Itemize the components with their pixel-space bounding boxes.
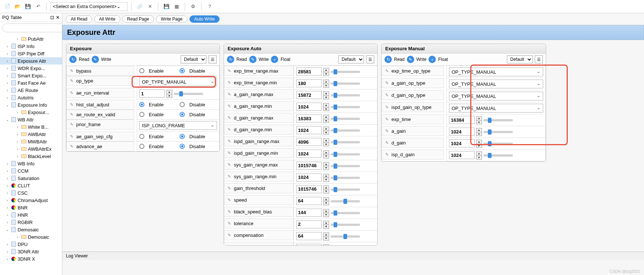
tree-toggle-icon[interactable]: › [5,162,10,166]
number-input[interactable] [449,128,475,136]
save-icon[interactable]: 💾 [23,2,32,11]
tree-item[interactable]: ›Demosaic [0,233,62,241]
spin-up-icon[interactable]: ▲ [476,152,482,156]
number-input[interactable] [296,114,322,122]
tree-toggle-icon[interactable]: › [5,66,10,70]
dropdown[interactable]: ISP_LONG_FRAME [139,121,217,130]
write-icon[interactable]: ✎ [249,56,257,63]
edit-icon[interactable]: ✎ [69,102,74,107]
spin-down-icon[interactable]: ▼ [324,84,329,88]
spin-down-icon[interactable]: ▼ [324,178,329,182]
tree-item[interactable]: ›BlackLevel [0,153,62,160]
spinner[interactable]: ▲▼ [323,150,329,158]
slider[interactable] [331,235,360,238]
read-icon[interactable]: ↻ [69,56,77,63]
tree-item[interactable]: ›Exposur... [0,109,62,116]
slider[interactable] [331,212,360,214]
enable-radio[interactable] [139,112,144,117]
enable-radio[interactable] [139,134,144,139]
disk-icon[interactable]: 💾 [162,2,171,11]
slider[interactable] [331,165,360,167]
edit-icon[interactable]: ✎ [227,233,232,238]
spin-up-icon[interactable]: ▲ [324,233,329,237]
tree-toggle-icon[interactable]: › [15,37,20,41]
number-input[interactable] [449,151,475,159]
spin-down-icon[interactable]: ▼ [476,121,482,124]
number-input[interactable] [139,89,165,98]
tree-item[interactable]: ›ISP Info [0,43,62,50]
extra-component-select[interactable]: <Select an Extra Component> ⌄ [50,2,128,11]
edit-icon[interactable]: ✎ [227,92,232,97]
edit-icon[interactable]: ✎ [69,122,74,127]
edit-icon[interactable]: ✎ [227,198,232,203]
spinner[interactable]: ▲▼ [476,128,482,136]
search-input[interactable] [2,23,62,32]
tree-toggle-icon[interactable]: › [15,132,20,136]
slider[interactable] [331,129,360,132]
read-page-button[interactable]: Read Page [122,15,154,23]
tree-toggle-icon[interactable]: ⌄ [5,228,10,232]
spinner[interactable]: ▲▼ [323,244,329,245]
tree-toggle-icon[interactable]: › [5,176,10,180]
slider[interactable] [331,71,360,73]
menu-icon[interactable]: ☰ [366,55,374,63]
disable-radio[interactable] [180,134,185,139]
spinner[interactable]: ▲▼ [323,209,329,217]
number-input[interactable] [296,103,322,111]
slider[interactable] [331,82,360,85]
read-icon[interactable]: ↻ [384,56,392,63]
menu-icon[interactable]: ☰ [535,55,543,63]
tree-toggle-icon[interactable]: › [15,154,20,158]
tree-item[interactable]: ›ChromaAdjust [0,197,62,204]
float-icon[interactable]: ＋ [271,56,278,63]
spin-up-icon[interactable]: ▲ [324,92,329,96]
edit-icon[interactable]: ✎ [69,90,74,95]
spin-up-icon[interactable]: ▲ [476,117,482,121]
tree-item[interactable]: ⌄Exposure Info [0,101,62,109]
spinner[interactable]: ▲▼ [476,140,482,148]
spin-up-icon[interactable]: ▲ [324,198,329,202]
spin-up-icon[interactable]: ▲ [324,103,329,107]
spinner[interactable]: ▲▼ [323,91,329,99]
number-input[interactable] [296,162,322,170]
edit-icon[interactable]: ✎ [227,150,232,155]
tree-toggle-icon[interactable]: › [5,184,10,188]
tree-toggle-icon[interactable]: › [5,74,10,78]
edit-icon[interactable]: ✎ [69,112,74,117]
number-input[interactable] [296,232,322,240]
slider[interactable] [331,224,360,226]
dropdown[interactable]: OP_TYPE_MANUAL [449,80,543,88]
tree-toggle-icon[interactable]: › [15,140,20,144]
number-input[interactable] [296,197,322,205]
spinner[interactable]: ▲▼ [323,126,329,135]
number-input[interactable] [296,126,322,134]
all-read-button[interactable]: All Read [66,15,92,23]
spinner[interactable]: ▲▼ [323,68,329,76]
gear-icon[interactable]: ⚙ [189,2,198,11]
tree-item[interactable]: ›AE Route [0,87,62,94]
edit-icon[interactable]: ✎ [227,174,232,179]
spinner[interactable]: ▲▼ [323,138,329,146]
slider[interactable] [331,141,360,143]
tree-toggle-icon[interactable]: › [5,96,10,100]
spin-down-icon[interactable]: ▼ [324,154,329,158]
all-write-button[interactable]: All Write [94,15,120,23]
spin-up-icon[interactable]: ▲ [476,128,482,132]
spinner[interactable]: ▲▼ [323,103,329,111]
spin-down-icon[interactable]: ▼ [476,144,482,148]
spin-up-icon[interactable]: ▲ [324,186,329,190]
number-input[interactable] [296,244,322,245]
edit-icon[interactable]: ✎ [227,80,232,85]
tree-item[interactable]: ›RGBIR [0,219,62,226]
tree-item[interactable]: ›BNR [0,204,62,211]
tree-toggle-icon[interactable]: › [15,125,20,129]
grid-icon[interactable]: ▦ [172,2,181,11]
edit-icon[interactable]: ✎ [227,245,232,245]
number-input[interactable] [296,79,322,87]
spinner[interactable]: ▲▼ [323,221,329,229]
tree-item[interactable]: ›MWBAttr [0,138,62,145]
tree-toggle-icon[interactable]: › [5,52,10,56]
tree-item[interactable]: ›Fast Face Ae [0,79,62,87]
tree-item[interactable]: ›Exposure Attr [0,57,62,65]
preset-select[interactable]: Default [507,55,533,63]
